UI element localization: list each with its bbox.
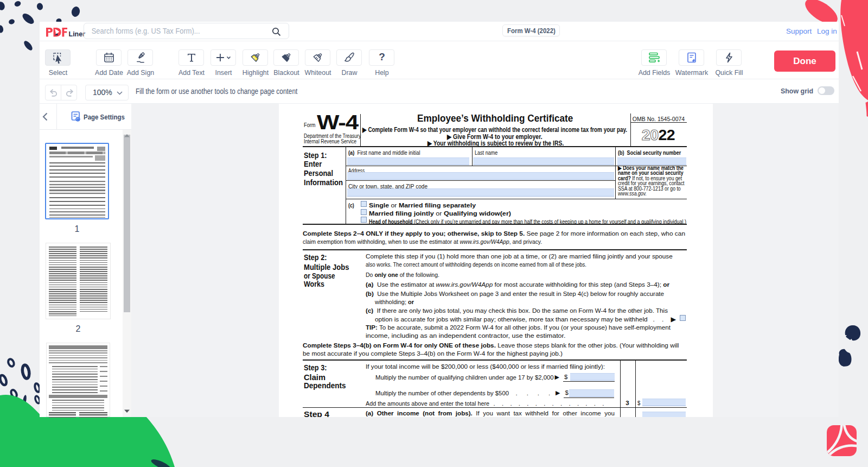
svg-text:?: ? — [379, 52, 385, 62]
svg-text:Liner: Liner — [69, 30, 86, 38]
